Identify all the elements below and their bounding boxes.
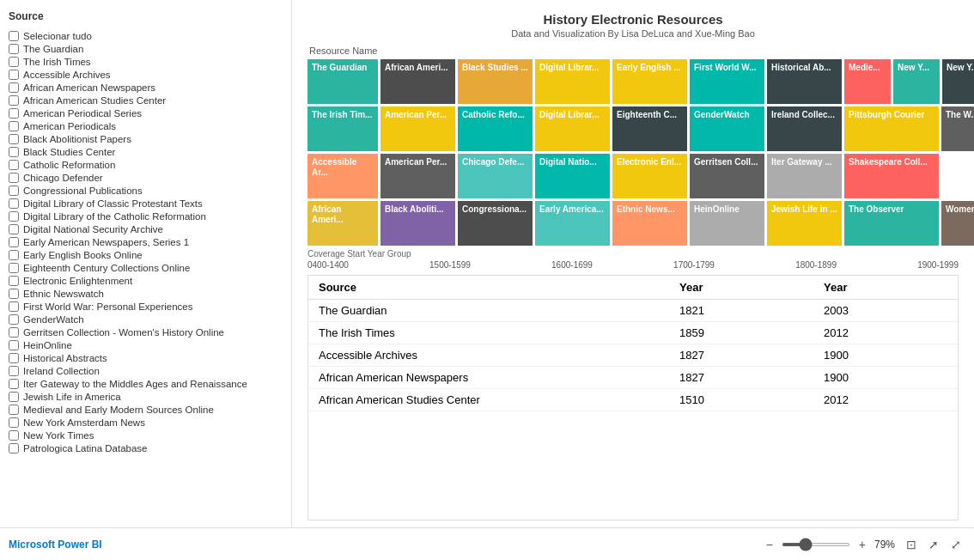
treemap-cell-1-6[interactable]: Ireland Collec... <box>767 107 842 151</box>
fit-screen-button[interactable]: ⊡ <box>902 536 921 553</box>
checkbox-item-25[interactable]: Historical Abstracts <box>9 351 283 364</box>
checkbox-15[interactable] <box>9 224 19 234</box>
checkbox-item-31[interactable]: New York Times <box>9 429 283 441</box>
treemap-cell-2-5[interactable]: Gerritsen Coll... <box>690 154 764 198</box>
treemap-cell-0-7[interactable]: Medie... <box>844 59 891 104</box>
checkbox-item-3[interactable]: Accessible Archives <box>9 68 283 81</box>
checkbox-item-30[interactable]: New York Amsterdam News <box>9 416 283 429</box>
checkbox-item-19[interactable]: Electronic Enlightenment <box>9 274 283 287</box>
treemap-cell-0-0[interactable]: The Guardian <box>307 59 378 104</box>
treemap-cell-0-6[interactable]: Historical Ab... <box>767 59 842 104</box>
checkbox-30[interactable] <box>9 417 19 428</box>
treemap-cell-2-1[interactable]: American Per... <box>380 154 455 198</box>
treemap-cell-0-5[interactable]: First World W... <box>690 59 764 104</box>
checkbox-0[interactable] <box>9 31 19 41</box>
checkbox-5[interactable] <box>9 95 19 106</box>
treemap-cell-1-5[interactable]: GenderWatch <box>690 107 764 151</box>
checkbox-item-27[interactable]: Iter Gateway to the Middles Ages and Ren… <box>9 377 283 390</box>
checkbox-19[interactable] <box>9 276 19 286</box>
checkbox-28[interactable] <box>9 392 19 402</box>
checkbox-32[interactable] <box>9 443 19 453</box>
checkbox-3[interactable] <box>9 70 19 80</box>
checkbox-25[interactable] <box>9 353 19 363</box>
checkbox-item-4[interactable]: African American Newspapers <box>9 81 283 94</box>
checkbox-16[interactable] <box>9 237 19 247</box>
zoom-out-button[interactable]: − <box>763 538 776 551</box>
checkbox-24[interactable] <box>9 340 19 350</box>
checkbox-item-12[interactable]: Congressional Publications <box>9 184 283 197</box>
treemap-cell-2-8[interactable] <box>941 154 950 198</box>
treemap-cell-3-5[interactable]: HeinOnline <box>690 201 764 246</box>
treemap-cell-3-2[interactable]: Congressiona... <box>458 201 533 246</box>
treemap-cell-0-3[interactable]: Digital Librar... <box>535 59 610 104</box>
treemap-cell-1-2[interactable]: Catholic Refo... <box>458 107 533 151</box>
checkbox-31[interactable] <box>9 430 19 441</box>
checkbox-27[interactable] <box>9 379 19 389</box>
treemap-cell-3-1[interactable]: Black Aboliti... <box>380 201 455 246</box>
treemap-cell-1-1[interactable]: American Per... <box>380 107 455 151</box>
checkbox-item-24[interactable]: HeinOnline <box>9 338 283 351</box>
checkbox-item-32[interactable]: Patrologica Latina Database <box>9 441 283 454</box>
checkbox-item-22[interactable]: GenderWatch <box>9 313 283 326</box>
checkbox-22[interactable] <box>9 314 19 325</box>
checkbox-item-2[interactable]: The Irish Times <box>9 55 283 68</box>
checkbox-item-9[interactable]: Black Studies Center <box>9 145 283 158</box>
treemap-cell-2-3[interactable]: Digital Natio... <box>535 154 610 198</box>
treemap-cell-1-3[interactable]: Digital Librar... <box>535 107 610 151</box>
checkbox-item-0[interactable]: Selecionar tudo <box>9 29 283 42</box>
powerbi-link[interactable]: Microsoft Power BI <box>9 539 102 551</box>
treemap-cell-0-2[interactable]: Black Studies ... <box>458 59 533 104</box>
checkbox-item-13[interactable]: Digital Library of Classic Protestant Te… <box>9 197 283 210</box>
treemap-cell-1-7[interactable]: Pittsburgh Courier <box>844 107 939 151</box>
checkbox-29[interactable] <box>9 405 19 415</box>
treemap-cell-1-8[interactable]: The W... <box>941 107 974 151</box>
checkbox-item-18[interactable]: Eighteenth Century Collections Online <box>9 261 283 274</box>
treemap-cell-0-4[interactable]: Early English ... <box>612 59 687 104</box>
treemap-cell-0-1[interactable]: African Ameri... <box>380 59 455 104</box>
checkbox-13[interactable] <box>9 198 19 209</box>
checkbox-item-15[interactable]: Digital National Security Archive <box>9 222 283 235</box>
zoom-slider[interactable] <box>782 543 850 546</box>
checkbox-item-7[interactable]: American Periodicals <box>9 119 283 132</box>
checkbox-item-29[interactable]: Medieval and Early Modern Sources Online <box>9 403 283 416</box>
checkbox-9[interactable] <box>9 147 19 157</box>
checkbox-item-10[interactable]: Catholic Reformation <box>9 158 283 171</box>
checkbox-item-28[interactable]: Jewish Life in America <box>9 390 283 403</box>
checkbox-20[interactable] <box>9 289 19 299</box>
checkbox-2[interactable] <box>9 57 19 67</box>
checkbox-item-14[interactable]: Digital Library of the Catholic Reformat… <box>9 210 283 222</box>
treemap-cell-2-6[interactable]: Iter Gateway ... <box>767 154 842 198</box>
treemap-cell-2-0[interactable]: Accessible Ar... <box>307 154 378 198</box>
treemap-cell-1-4[interactable]: Eighteenth C... <box>612 107 687 151</box>
table-scroll[interactable]: Source Year Year The Guardian18212003The… <box>308 276 958 520</box>
treemap-cell-2-4[interactable]: Electronic Enl... <box>612 154 687 198</box>
treemap-cell-3-7[interactable]: The Observer <box>844 201 939 246</box>
treemap-cell-3-6[interactable]: Jewish Life in ... <box>767 201 842 246</box>
treemap-cell-3-0[interactable]: African Ameri... <box>307 201 378 246</box>
checkbox-7[interactable] <box>9 121 19 131</box>
treemap-cell-3-8[interactable]: Women and Soci... <box>941 201 974 246</box>
treemap-cell-0-9[interactable]: New Y... <box>942 59 974 104</box>
checkbox-item-16[interactable]: Early American Newspapers, Series 1 <box>9 235 283 248</box>
treemap-cell-0-8[interactable]: New Y... <box>893 59 940 104</box>
checkbox-6[interactable] <box>9 108 19 119</box>
checkbox-21[interactable] <box>9 301 19 312</box>
checkbox-10[interactable] <box>9 160 19 170</box>
checkbox-12[interactable] <box>9 186 19 196</box>
checkbox-item-5[interactable]: African American Studies Center <box>9 94 283 107</box>
checkbox-item-26[interactable]: Ireland Collection <box>9 364 283 377</box>
checkbox-17[interactable] <box>9 250 19 260</box>
checkbox-4[interactable] <box>9 82 19 93</box>
zoom-in-button[interactable]: + <box>855 538 869 551</box>
checkbox-14[interactable] <box>9 211 19 222</box>
checkbox-item-17[interactable]: Early English Books Online <box>9 248 283 261</box>
fullscreen-button[interactable]: ⤢ <box>947 536 965 553</box>
checkbox-item-8[interactable]: Black Abolitionist Papers <box>9 132 283 145</box>
checkbox-23[interactable] <box>9 327 19 338</box>
checkbox-26[interactable] <box>9 366 19 376</box>
treemap-cell-2-7[interactable]: Shakespeare Coll... <box>844 154 939 198</box>
checkbox-item-21[interactable]: First World War: Personal Experiences <box>9 300 283 313</box>
checkbox-item-6[interactable]: American Periodical Series <box>9 107 283 119</box>
treemap-cell-2-2[interactable]: Chicago Defe... <box>458 154 533 198</box>
checkbox-item-11[interactable]: Chicago Defender <box>9 171 283 184</box>
